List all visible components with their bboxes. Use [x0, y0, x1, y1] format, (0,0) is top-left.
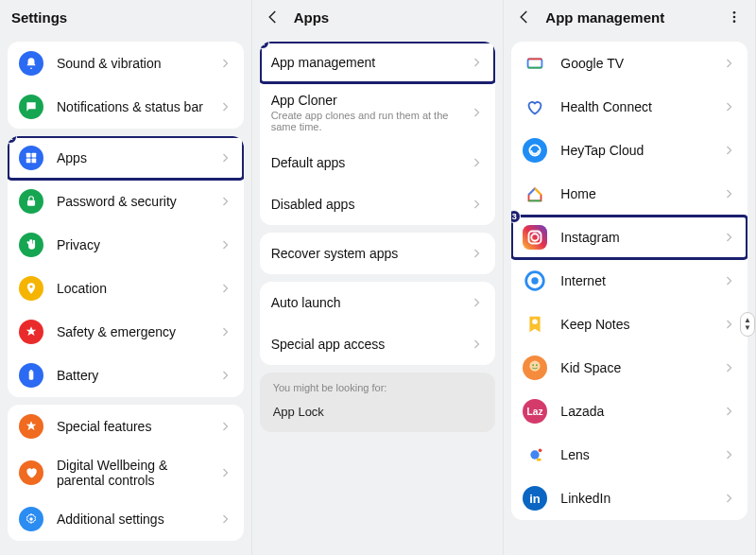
location-row[interactable]: Location	[8, 267, 244, 310]
more-icon[interactable]	[725, 8, 744, 26]
svg-point-10	[733, 16, 736, 19]
svg-point-23	[532, 277, 539, 284]
settings-title: Settings	[11, 9, 67, 26]
app-keep-notes-row[interactable]: Keep Notes	[511, 303, 747, 346]
settings-panel: Settings Sound & vibrationNotifications …	[0, 0, 252, 555]
svg-text:Laz: Laz	[527, 407, 543, 417]
chevron-right-icon	[217, 512, 232, 527]
chevron-right-icon	[217, 194, 232, 209]
app-health-connect-row[interactable]: Health Connect	[511, 85, 747, 129]
apps-group-3: Auto launchSpecial app access	[260, 282, 496, 365]
app-list-content: Google TVHealth ConnectHeyTap CloudHomeI…	[504, 34, 755, 555]
chevron-right-icon	[469, 246, 484, 261]
chevron-right-icon	[469, 337, 484, 352]
app-internet-row[interactable]: Internet	[511, 259, 747, 303]
special-features-row[interactable]: Special features	[8, 405, 244, 448]
sound-vibration-row[interactable]: Sound & vibration	[8, 42, 244, 85]
svg-rect-7	[30, 370, 32, 371]
googletv-icon	[523, 51, 547, 76]
app-home-row[interactable]: Home	[511, 172, 747, 216]
privacy-row[interactable]: Privacy	[8, 223, 244, 267]
app-lazada-row[interactable]: LazLazada	[511, 390, 747, 433]
battery-row[interactable]: Battery	[8, 354, 244, 397]
chevron-right-icon	[721, 447, 736, 462]
chevron-right-icon	[217, 368, 232, 383]
apps-panel: Apps App management2App ClonerCreate app…	[252, 0, 505, 555]
recover-system-apps-row[interactable]: Recover system apps	[260, 233, 496, 274]
apps-group-2: Recover system apps	[260, 233, 496, 274]
app-lens-row[interactable]: Lens	[511, 433, 747, 477]
app-management-row[interactable]: App management	[260, 42, 496, 83]
chevron-right-icon	[721, 56, 736, 71]
chevron-right-icon	[469, 55, 484, 70]
svg-point-20	[539, 232, 541, 234]
app-label: Health Connect	[560, 99, 721, 114]
chevron-right-icon	[469, 197, 484, 212]
svg-rect-3	[32, 159, 37, 164]
svg-point-9	[733, 11, 736, 14]
special-app-access-row[interactable]: Special app access	[260, 323, 496, 365]
row-label: App management	[271, 55, 470, 70]
message-icon	[19, 95, 43, 119]
settings-group-3: Special featuresDigital Wellbeing & pare…	[8, 405, 244, 541]
row-label: Disabled apps	[271, 197, 470, 212]
row-label: Special features	[57, 419, 217, 434]
row-sublabel: Create app clones and run them at the sa…	[271, 110, 470, 132]
apps-group-1: App management2App ClonerCreate app clon…	[260, 42, 496, 225]
star-icon	[19, 414, 43, 439]
svg-point-5	[30, 286, 33, 288]
chevron-right-icon	[217, 150, 232, 165]
lens-icon	[523, 442, 547, 467]
star-icon	[19, 320, 43, 344]
search-result[interactable]: App Lock	[273, 401, 483, 423]
svg-rect-2	[26, 159, 31, 164]
chevron-right-icon	[469, 155, 484, 170]
additional-settings-row[interactable]: Additional settings	[8, 497, 244, 541]
digital-wellbeing-row[interactable]: Digital Wellbeing & parental controls	[8, 448, 244, 497]
app-label: Internet	[560, 273, 721, 288]
row-label: Sound & vibration	[57, 56, 217, 71]
scroll-knob[interactable]: ▲▼	[740, 312, 755, 337]
svg-point-28	[533, 364, 535, 366]
hand-icon	[19, 233, 43, 257]
keep-icon	[523, 312, 547, 337]
auto-launch-row[interactable]: Auto launch	[260, 282, 496, 323]
back-icon[interactable]	[264, 8, 283, 26]
app-cloner-row[interactable]: App ClonerCreate app clones and run them…	[260, 83, 496, 142]
app-label: Lens	[560, 447, 721, 462]
chevron-right-icon	[217, 237, 232, 252]
svg-rect-17	[523, 225, 547, 250]
chevron-right-icon	[721, 143, 736, 158]
app-instagram-row[interactable]: Instagram	[511, 216, 747, 259]
chevron-right-icon	[217, 281, 232, 296]
row-label: Special app access	[271, 337, 470, 352]
app-label: Lazada	[560, 404, 721, 419]
app-heytap-cloud-row[interactable]: HeyTap Cloud	[511, 129, 747, 172]
app-label: Google TV	[560, 56, 721, 71]
app-kid-space-row[interactable]: Kid Space	[511, 346, 747, 390]
settings-group-1: Sound & vibrationNotifications & status …	[8, 42, 244, 129]
disabled-apps-row[interactable]: Disabled apps	[260, 183, 496, 225]
app-label: Keep Notes	[560, 317, 721, 332]
app-linkedin-row[interactable]: inLinkedIn	[511, 477, 747, 520]
chevron-right-icon	[721, 360, 736, 375]
notifications-row[interactable]: Notifications & status bar	[8, 85, 244, 129]
safety-emergency-row[interactable]: Safety & emergency	[8, 310, 244, 354]
apps-row[interactable]: Apps	[8, 136, 244, 180]
bell-icon	[19, 51, 43, 76]
instagram-icon	[523, 225, 547, 250]
password-security-row[interactable]: Password & security	[8, 180, 244, 223]
search-hint: You might be looking for:	[273, 382, 483, 393]
svg-text:in: in	[530, 492, 541, 506]
gear-icon	[19, 507, 43, 531]
row-label: App Cloner	[271, 93, 470, 108]
search-suggestion-card: You might be looking for: App Lock	[260, 373, 496, 432]
chevron-right-icon	[217, 419, 232, 434]
app-google-tv-row[interactable]: Google TV	[511, 42, 747, 85]
app-label: Kid Space	[560, 360, 721, 375]
svg-rect-6	[29, 371, 34, 379]
default-apps-row[interactable]: Default apps	[260, 142, 496, 183]
svg-rect-0	[26, 153, 31, 158]
header-apps: Apps	[252, 0, 504, 34]
back-icon[interactable]	[515, 8, 534, 26]
